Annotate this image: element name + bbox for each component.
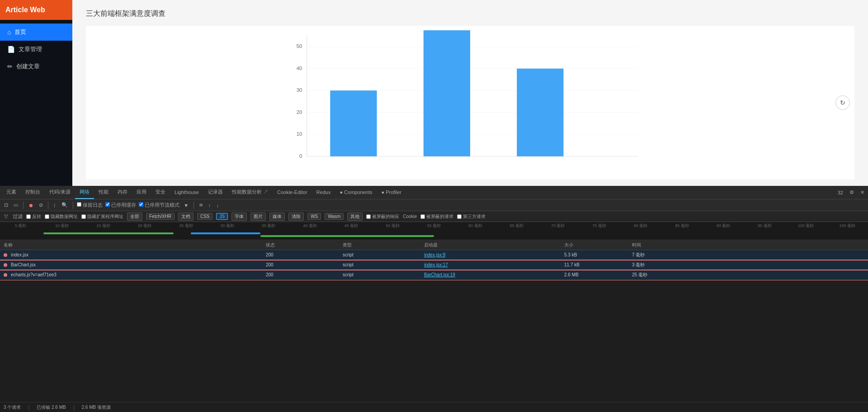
logo-text: Article Web xyxy=(5,6,45,14)
tab-lighthouse[interactable]: Lighthouse xyxy=(170,186,203,199)
filter-fetch-xhr[interactable]: Fetch/XHR xyxy=(146,213,175,220)
filter-ws[interactable]: WS xyxy=(307,213,321,220)
col-header-initiator[interactable]: 启动器 xyxy=(422,242,562,248)
flow-select[interactable]: ▼ xyxy=(182,202,190,208)
sidebar-item-articles[interactable]: 📄 文章管理 xyxy=(0,41,72,58)
hide-data-urls-filter[interactable]: 隐藏数据网址 xyxy=(45,213,78,220)
wap-icon[interactable]: ≋ xyxy=(198,202,204,208)
flow-checkbox[interactable]: 已停用节流模式 xyxy=(139,202,179,208)
tl-55: 55 毫秒 xyxy=(413,223,454,229)
svg-text:30: 30 xyxy=(297,87,302,93)
record-button[interactable]: ⏺ xyxy=(27,202,35,208)
col-header-time[interactable]: 时间 xyxy=(630,242,866,248)
reload-button[interactable]: ↻ xyxy=(835,95,850,110)
tab-components[interactable]: ● Components xyxy=(335,186,377,199)
hide-data-check[interactable] xyxy=(45,214,49,219)
third-party-filter[interactable]: 第三方请求 xyxy=(457,213,486,220)
sidebar-item-label: 创建文章 xyxy=(16,62,40,71)
filter-other[interactable]: 清除 xyxy=(288,213,304,221)
table-row[interactable]: echarts.js?v=aef71ee3 200 script BarChar… xyxy=(0,270,868,280)
tl-30: 30 毫秒 xyxy=(207,223,248,229)
status-transferred: 已传输 2.6 MB xyxy=(37,404,66,411)
tab-cookie-editor[interactable]: Cookie-Editor xyxy=(273,186,312,199)
filter-js[interactable]: JS xyxy=(216,213,228,220)
tab-performance[interactable]: 性能 xyxy=(94,186,113,199)
bar-angular xyxy=(517,69,563,156)
col-header-name[interactable]: 名称 xyxy=(2,242,264,248)
device-icon[interactable]: ▭ xyxy=(12,202,19,208)
filter-other2[interactable]: 其他 xyxy=(347,213,363,221)
filter-media[interactable]: 媒体 xyxy=(269,213,285,221)
inspect-icon[interactable]: ⊡ xyxy=(3,202,9,208)
filter-img[interactable]: 图片 xyxy=(250,213,266,221)
tl-65: 65 毫秒 xyxy=(496,223,537,229)
filter-label: 过滤 xyxy=(13,213,23,220)
preserve-log-check[interactable] xyxy=(77,202,81,207)
tab-profiler[interactable]: ● Profiler xyxy=(377,186,406,199)
row-indicator-2 xyxy=(4,273,7,277)
tab-application[interactable]: 应用 xyxy=(132,186,151,199)
filter-toggle[interactable]: ▽ xyxy=(3,213,9,220)
tab-recorder[interactable]: 记录器 xyxy=(203,186,227,199)
filter-doc[interactable]: 文档 xyxy=(178,213,193,221)
third-party-check[interactable] xyxy=(457,214,462,219)
row-time-1: 3 毫秒 xyxy=(630,262,866,268)
table-row[interactable]: BarChart.jsx 200 script index.jsx:17 11.… xyxy=(0,260,868,270)
invert-check[interactable] xyxy=(26,214,31,219)
filter-icon[interactable]: ⫶ xyxy=(52,202,57,208)
blocked-cookie-filter[interactable]: Cookie xyxy=(403,214,417,219)
search-icon[interactable]: 🔍 xyxy=(60,202,69,208)
hide-ext-filter[interactable]: 隐藏扩展程序网址 xyxy=(81,213,123,220)
sidebar-item-label: 文章管理 xyxy=(19,45,42,53)
sidebar-item-create[interactable]: ✏ 创建文章 xyxy=(0,58,72,75)
close-icon[interactable]: ✕ xyxy=(859,189,866,196)
create-icon: ✏ xyxy=(7,63,13,70)
import-button[interactable]: ↑ xyxy=(207,202,212,208)
tab-console[interactable]: 控制台 xyxy=(21,186,45,199)
blocked-response-filter[interactable]: 被屏蔽的响应 xyxy=(366,213,399,220)
row-initiator-0[interactable]: index.jsx:8 xyxy=(422,252,562,257)
col-header-size[interactable]: 大小 xyxy=(562,242,630,248)
tl-20: 20 毫秒 xyxy=(124,223,165,229)
tab-elements[interactable]: 元素 xyxy=(2,186,21,199)
filter-wasm[interactable]: Wasm xyxy=(325,213,344,220)
table-row[interactable]: index.jsx 200 script index.jsx:8 5.3 kB … xyxy=(0,250,868,260)
network-timeline: 5 毫秒 10 毫秒 15 毫秒 20 毫秒 25 毫秒 30 毫秒 35 毫秒… xyxy=(0,222,868,240)
settings-icon[interactable]: ⚙ xyxy=(848,189,856,196)
blocked-resp-check[interactable] xyxy=(366,214,371,219)
timeline-item-1 xyxy=(43,232,174,234)
row-size-2: 2.6 MB xyxy=(562,272,630,277)
row-initiator-1[interactable]: index.jsx:17 xyxy=(422,262,562,267)
filter-font[interactable]: 字体 xyxy=(231,213,247,221)
blocked-req-check[interactable] xyxy=(420,214,425,219)
blocked-req-filter[interactable]: 被屏蔽的请求 xyxy=(420,213,453,220)
tab-memory[interactable]: 内存 xyxy=(113,186,132,199)
svg-text:0: 0 xyxy=(299,153,302,159)
tl-80: 80 毫秒 xyxy=(620,223,661,229)
row-time-2: 25 毫秒 xyxy=(630,272,866,278)
tab-sources[interactable]: 代码/来源 xyxy=(45,186,75,199)
tab-network[interactable]: 网络 xyxy=(75,186,94,199)
filter-all[interactable]: 全部 xyxy=(127,213,142,221)
col-header-status[interactable]: 状态 xyxy=(264,242,341,248)
hide-ext-check[interactable] xyxy=(81,214,86,219)
tab-security[interactable]: 安全 xyxy=(151,186,170,199)
tl-5: 5 毫秒 xyxy=(0,223,41,229)
preserve-log-checkbox[interactable]: 保留日志 xyxy=(77,202,103,208)
cache-checkbox[interactable]: 已停用缓存 xyxy=(105,202,136,208)
tl-10: 10 毫秒 xyxy=(41,223,82,229)
row-status-1: 200 xyxy=(264,262,341,267)
tab-perf-insights[interactable]: 性能数据分析 ↗ xyxy=(227,186,273,199)
timeline-item-3 xyxy=(191,232,260,234)
row-initiator-2[interactable]: BarChart.jsx:19 xyxy=(422,272,562,277)
clear-button[interactable]: ⊘ xyxy=(38,202,44,208)
filter-css[interactable]: CSS xyxy=(197,213,213,220)
sidebar-item-home[interactable]: ⌂ 首页 xyxy=(0,24,72,41)
col-header-type[interactable]: 类型 xyxy=(341,242,422,248)
invert-filter[interactable]: 反转 xyxy=(26,213,41,220)
export-button[interactable]: ↓ xyxy=(215,202,221,208)
flow-check[interactable] xyxy=(139,202,143,207)
network-table-header: 名称 状态 类型 启动器 大小 时间 xyxy=(0,240,868,250)
tab-redux[interactable]: Redux xyxy=(312,186,335,199)
cache-check[interactable] xyxy=(105,202,110,207)
